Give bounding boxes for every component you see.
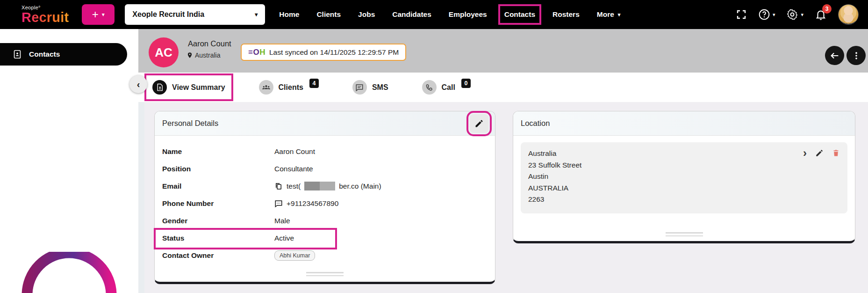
sync-status-box[interactable]: ≡OH Last synced on 14/11/2025 12:29:57 P… xyxy=(241,44,406,61)
more-options-button[interactable] xyxy=(846,46,866,65)
nav-item-jobs[interactable]: Jobs xyxy=(358,10,375,19)
plus-icon: + xyxy=(92,8,99,21)
location-card: Location Australia 23 Suffolk Street Aus… xyxy=(513,111,855,243)
sidebar: Contacts xyxy=(0,29,138,293)
row-name: Name Aaron Count xyxy=(162,143,488,160)
row-email: Email test( ber.co (Main) xyxy=(162,177,488,195)
gear-icon xyxy=(786,8,798,21)
nav-item-home[interactable]: Home xyxy=(279,10,299,19)
pencil-icon xyxy=(474,119,484,128)
location-header: Location xyxy=(513,111,855,136)
personal-details-rows: Name Aaron Count Position Consultante Em… xyxy=(155,136,495,264)
row-gender: Gender Male xyxy=(162,212,488,229)
add-button[interactable]: + ▾ xyxy=(82,4,115,25)
organization-select[interactable]: Xeople Recruit India ▾ xyxy=(125,4,265,25)
message-bubble-icon[interactable] xyxy=(274,199,283,208)
tab-clients[interactable]: Clients 4 xyxy=(255,78,323,97)
notification-count-badge: 3 xyxy=(822,4,832,14)
tab-label: Clients xyxy=(279,83,303,92)
summary-doc-icon xyxy=(152,80,167,95)
personal-details-header: Personal Details xyxy=(155,111,495,136)
contact-name: Aaron Count xyxy=(188,39,231,48)
row-phone: Phone Number +911234567890 xyxy=(162,195,488,212)
sidebar-collapse-button[interactable]: ‹ xyxy=(129,75,147,93)
app-logo[interactable]: Xeople° Recruit xyxy=(22,5,69,24)
address-postcode-line: 2263 xyxy=(528,194,840,205)
app-body: Contacts ‹ AC Aaron Count xyxy=(0,29,868,293)
fullscreen-icon xyxy=(736,9,747,20)
card-resize-handle[interactable] xyxy=(666,230,703,238)
content-area: Personal Details Name Aaron Count Positi… xyxy=(138,102,868,293)
contact-location: Australia xyxy=(187,51,220,59)
row-status: Status Active xyxy=(162,229,488,247)
edit-address-pencil-icon[interactable] xyxy=(815,149,824,157)
address-item[interactable]: Australia 23 Suffolk Street Austin AUSTR… xyxy=(521,142,847,213)
phone-value: +911234567890 xyxy=(274,199,338,208)
nav-item-candidates[interactable]: Candidates xyxy=(392,10,431,19)
contact-card-icon xyxy=(12,49,22,59)
contact-avatar[interactable]: AC xyxy=(149,37,179,67)
notifications-button[interactable]: 3 xyxy=(815,8,827,21)
copy-icon[interactable] xyxy=(274,182,283,190)
email-redaction xyxy=(304,182,335,190)
back-button[interactable] xyxy=(825,46,844,65)
navbar-actions: ▾ ▾ 3 xyxy=(736,4,859,25)
nav-item-more[interactable]: More ▾ xyxy=(597,10,621,19)
row-contact-owner: Contact Owner Abhi Kumar xyxy=(162,247,488,264)
contact-owner-chip[interactable]: Abhi Kumar xyxy=(274,250,315,261)
nav-item-contacts[interactable]: Contacts xyxy=(504,10,535,19)
nav-item-rosters[interactable]: Rosters xyxy=(552,10,580,19)
tab-call[interactable]: Call 0 xyxy=(418,78,474,97)
help-icon xyxy=(758,8,770,21)
logo-company-text: Xeople° xyxy=(22,5,69,10)
help-button[interactable]: ▾ xyxy=(758,8,775,21)
contact-header: AC Aaron Count Australia ≡OH Last synced… xyxy=(138,29,868,73)
main-panel: AC Aaron Count Australia ≡OH Last synced… xyxy=(138,29,868,293)
sidebar-item-contacts[interactable]: Contacts xyxy=(0,43,127,66)
delete-address-trash-icon[interactable] xyxy=(832,149,840,157)
fullscreen-button[interactable] xyxy=(736,9,747,20)
nav-item-clients[interactable]: Clients xyxy=(316,10,341,19)
scrollbar-strip[interactable] xyxy=(138,102,144,293)
sms-icon xyxy=(352,80,367,95)
email-suffix: ber.co (Main) xyxy=(339,182,381,190)
chevron-down-icon: ▾ xyxy=(255,11,258,18)
sidebar-item-label: Contacts xyxy=(29,50,60,59)
row-position: Position Consultante xyxy=(162,160,488,177)
card-title: Location xyxy=(521,119,550,128)
tab-view-summary[interactable]: View Summary xyxy=(149,78,229,97)
personal-details-card: Personal Details Name Aaron Count Positi… xyxy=(154,111,495,284)
email-prefix: test( xyxy=(287,182,301,190)
card-resize-handle[interactable] xyxy=(306,270,344,278)
contact-location-label: Australia xyxy=(195,51,220,59)
address-country-line: Australia xyxy=(528,148,840,160)
chevron-down-icon: ▾ xyxy=(618,12,621,18)
chevron-right-icon[interactable]: › xyxy=(803,149,807,157)
settings-button[interactable]: ▾ xyxy=(786,8,803,21)
organization-select-value: Xeople Recruit India xyxy=(132,10,204,19)
tab-label: SMS xyxy=(372,83,388,92)
edit-personal-details-button[interactable] xyxy=(470,114,488,133)
email-value: test( ber.co (Main) xyxy=(274,182,381,190)
user-avatar[interactable] xyxy=(838,4,859,25)
address-city-line: Austin xyxy=(528,171,840,183)
address-street-line: 23 Suffolk Street xyxy=(528,160,840,171)
kebab-menu-icon xyxy=(852,51,861,60)
phone-icon xyxy=(422,80,437,95)
nav-item-employees[interactable]: Employees xyxy=(449,10,487,19)
eoh-logo-icon: ≡OH xyxy=(248,48,265,57)
chevron-down-icon: ▾ xyxy=(801,12,803,18)
sync-status-text: Last synced on 14/11/2025 12:29:57 PM xyxy=(269,48,399,57)
contact-tabbar: View Summary Clients 4 xyxy=(138,73,868,102)
tab-label: Call xyxy=(442,83,455,92)
tab-sms[interactable]: SMS xyxy=(349,78,392,97)
status-value: Active xyxy=(274,234,294,242)
main-nav: Home Clients Jobs Candidates Employees C… xyxy=(279,10,620,19)
decorative-arc xyxy=(22,252,117,293)
people-icon xyxy=(259,80,273,95)
location-pin-icon xyxy=(187,52,193,59)
logo-product-text: Recruit xyxy=(22,10,69,25)
chevron-left-icon: ‹ xyxy=(137,79,140,90)
tab-label: View Summary xyxy=(172,83,225,92)
address-country-upper-line: AUSTRALIA xyxy=(528,183,840,194)
